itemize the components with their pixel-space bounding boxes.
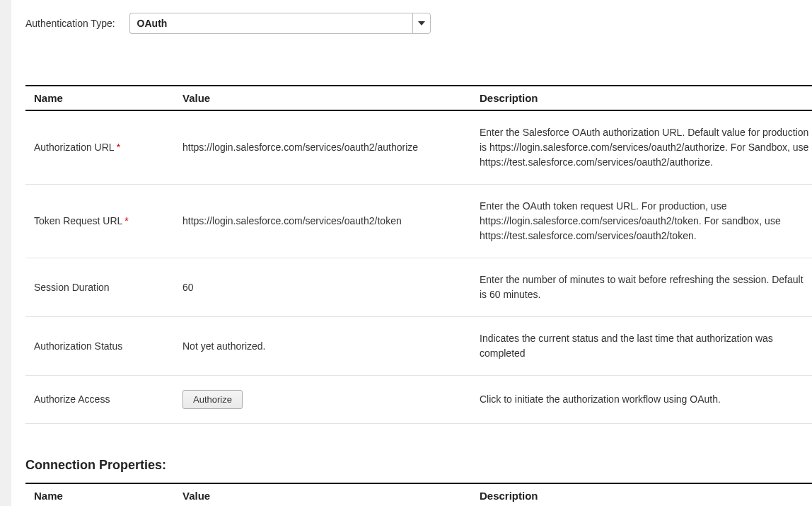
auth-type-row: Authentication Type: OAuth: [25, 0, 812, 34]
auth-properties-table: Name Value Description Authorization URL…: [25, 85, 812, 424]
prop-name-text: Authorization URL: [34, 142, 115, 153]
table-row: Token Request URL*https://login.salesfor…: [25, 185, 812, 258]
auth-type-label: Authentication Type:: [25, 18, 115, 29]
prop-name-text: Token Request URL: [34, 215, 122, 226]
prop-name: Authorization URL*: [25, 110, 174, 185]
col-header-name: Name: [25, 86, 174, 110]
col-header-value: Value: [174, 483, 471, 506]
col-header-description: Description: [471, 483, 812, 506]
col-header-description: Description: [471, 86, 812, 110]
prop-name-text: Authorize Access: [34, 393, 110, 405]
table-row: Session Duration60Enter the number of mi…: [25, 258, 812, 317]
prop-description: Indicates the current status and the las…: [471, 317, 812, 376]
authorize-button[interactable]: Authorize: [182, 390, 243, 409]
prop-value: Authorize: [174, 376, 471, 424]
connection-properties-heading: Connection Properties:: [25, 458, 812, 473]
prop-value: Not yet authorized.: [174, 317, 471, 376]
prop-description: Enter the Salesforce OAuth authorization…: [471, 110, 812, 185]
chevron-down-icon[interactable]: [412, 13, 431, 34]
prop-value: 60: [174, 258, 471, 317]
prop-name: Authorize Access: [25, 376, 174, 424]
prop-name: Authorization Status: [25, 317, 174, 376]
connection-properties-table: Name Value Description Object FilterAcco…: [25, 483, 812, 506]
prop-value-text: Not yet authorized.: [182, 340, 266, 352]
prop-name-text: Authorization Status: [34, 340, 122, 352]
auth-type-select-value[interactable]: OAuth: [129, 13, 412, 34]
required-asterisk: *: [117, 142, 120, 153]
prop-description: Click to initiate the authorization work…: [471, 376, 812, 424]
prop-value: https://login.salesforce.com/services/oa…: [174, 185, 471, 258]
prop-value: https://login.salesforce.com/services/oa…: [174, 110, 471, 185]
table-header-row: Name Value Description: [25, 86, 812, 110]
prop-value-text: 60: [182, 282, 194, 293]
col-header-name: Name: [25, 483, 174, 506]
prop-name: Token Request URL*: [25, 185, 174, 258]
table-row: Authorization StatusNot yet authorized.I…: [25, 317, 812, 376]
col-header-value: Value: [174, 86, 471, 110]
prop-name-text: Session Duration: [34, 282, 110, 293]
table-row: Authorize AccessAuthorizeClick to initia…: [25, 376, 812, 424]
prop-description: Enter the number of minutes to wait befo…: [471, 258, 812, 317]
prop-value-text: https://login.salesforce.com/services/oa…: [182, 215, 402, 226]
config-page: Authentication Type: OAuth Name Value De…: [11, 0, 812, 506]
prop-name: Session Duration: [25, 258, 174, 317]
auth-type-select[interactable]: OAuth: [129, 13, 431, 34]
required-asterisk: *: [124, 215, 128, 226]
table-header-row: Name Value Description: [25, 483, 812, 506]
table-row: Authorization URL*https://login.salesfor…: [25, 110, 812, 185]
prop-value-text: https://login.salesforce.com/services/oa…: [182, 142, 418, 153]
prop-description: Enter the OAuth token request URL. For p…: [471, 185, 812, 258]
